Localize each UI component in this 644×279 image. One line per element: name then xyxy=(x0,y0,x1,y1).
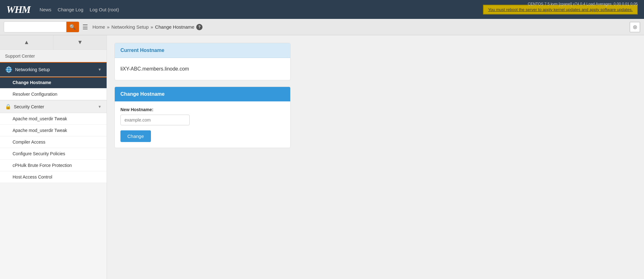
topbar: CENTOS 7.5 kvm [cpanel] v74.0.4 Load Ave… xyxy=(0,0,644,19)
support-center-header: Support Center xyxy=(0,50,107,63)
change-hostname-panel-header: Change Hostname xyxy=(115,87,290,101)
change-button[interactable]: Change xyxy=(120,130,151,142)
current-hostname-panel-header: Current Hostname xyxy=(115,43,290,58)
sidebar-item-compiler-access[interactable]: Apache mod_userdir Tweak xyxy=(0,125,107,136)
security-chevron-icon: ▼ xyxy=(98,105,102,109)
sidebar: ▲ ▼ Support Center Networking Setup ▼ xyxy=(0,35,107,279)
sidebar-item-host-access[interactable]: cPHulk Brute Force Protection xyxy=(0,160,107,171)
new-hostname-input[interactable] xyxy=(120,115,190,125)
new-hostname-group: New Hostname: xyxy=(120,107,285,125)
current-hostname-panel: Current Hostname liXY-ABC.members.linode… xyxy=(114,43,291,80)
search-row: 🔍 ☰ Home » Networking Setup » Change Hos… xyxy=(0,19,644,35)
networking-setup-label: Networking Setup xyxy=(15,67,98,72)
security-center-section[interactable]: 🔒 Security Center ▼ xyxy=(0,100,107,113)
change-hostname-form: New Hostname: Change xyxy=(115,101,290,148)
sidebar-item-cphulk[interactable]: Configure Security Policies xyxy=(0,148,107,160)
current-hostname-value: liXY-ABC.members.linode.com xyxy=(120,64,285,74)
current-hostname-body: liXY-ABC.members.linode.com xyxy=(115,58,290,80)
sidebar-up-button[interactable]: ▲ xyxy=(0,35,53,49)
sidebar-down-button[interactable]: ▼ xyxy=(53,35,107,49)
change-hostname-panel: Change Hostname New Hostname: Change xyxy=(114,87,291,148)
networking-chevron-icon: ▼ xyxy=(98,67,102,72)
nav-news[interactable]: News xyxy=(40,7,52,12)
whm-logo: WHM xyxy=(6,4,30,15)
breadcrumb: Home » Networking Setup » Change Hostnam… xyxy=(92,24,203,30)
globe-icon xyxy=(5,66,13,73)
nav-changelog[interactable]: Change Log xyxy=(58,7,83,12)
sidebar-nav-arrows: ▲ ▼ xyxy=(0,35,107,50)
new-hostname-label: New Hostname: xyxy=(120,107,285,112)
nav-logout[interactable]: Log Out (root) xyxy=(90,7,119,12)
topbar-nav: News Change Log Log Out (root) xyxy=(40,7,119,12)
search-wrap: 🔍 xyxy=(4,21,79,32)
breadcrumb-current: Change Hostname xyxy=(155,24,194,30)
help-icon[interactable]: ? xyxy=(196,24,203,30)
server-info: CENTOS 7.5 kvm [cpanel] v74.0.4 Load Ave… xyxy=(528,2,638,6)
current-hostname-title: Current Hostname xyxy=(120,48,285,53)
breadcrumb-sep1: » xyxy=(107,24,109,30)
networking-setup-group: Networking Setup ▼ Change Hostname Resol… xyxy=(0,63,107,100)
main-content: Current Hostname liXY-ABC.members.linode… xyxy=(107,35,644,279)
sidebar-item-manage-auth[interactable]: Host Access Control xyxy=(0,171,107,183)
close-button[interactable]: ⊗ xyxy=(630,22,640,32)
change-hostname-title: Change Hostname xyxy=(120,91,285,97)
sidebar-item-security-policies[interactable]: Compiler Access xyxy=(0,136,107,148)
layout: ▲ ▼ Support Center Networking Setup ▼ xyxy=(0,35,644,279)
search-button[interactable]: 🔍 xyxy=(66,22,79,32)
sidebar-item-change-hostname[interactable]: Change Hostname xyxy=(0,77,107,88)
networking-setup-group-header[interactable]: Networking Setup ▼ xyxy=(0,63,107,77)
breadcrumb-home[interactable]: Home xyxy=(92,24,105,30)
lock-icon: 🔒 xyxy=(5,104,11,110)
hamburger-icon[interactable]: ☰ xyxy=(82,23,88,31)
sidebar-item-resolver-config[interactable]: Resolver Configuration xyxy=(0,88,107,100)
breadcrumb-sep2: » xyxy=(151,24,153,30)
sidebar-item-apache-mod[interactable]: Apache mod_userdir Tweak xyxy=(0,113,107,125)
search-icon: 🔍 xyxy=(69,24,76,30)
breadcrumb-networking[interactable]: Networking Setup xyxy=(111,24,148,30)
search-input[interactable] xyxy=(4,23,66,31)
security-center-label: Security Center xyxy=(14,104,95,109)
